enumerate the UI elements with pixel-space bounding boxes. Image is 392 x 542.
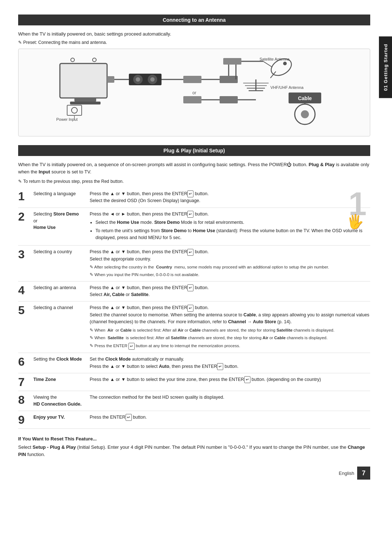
- table-row: 6 Setting the Clock Mode Set the Clock M…: [18, 353, 370, 373]
- step-number-4: 4: [18, 281, 32, 301]
- table-row: 7 Time Zone Press the ▲ or ▼ button to s…: [18, 373, 370, 391]
- enter-icon: ↵: [187, 249, 193, 256]
- step-content-8: The connection method for the best HD sc…: [88, 391, 370, 411]
- step-number-6: 6: [18, 353, 32, 373]
- enter-icon: ↵: [217, 363, 223, 370]
- svg-rect-5: [107, 76, 114, 83]
- note-line: ✎ When you input the PIN number, 0-0-0-0…: [90, 272, 370, 278]
- step-content-5: Press the ▲ or ▼ button, then press the …: [88, 301, 370, 353]
- reset-text: Select Setup - Plug & Play (Initial Setu…: [18, 444, 370, 459]
- table-row: 5 Selecting a channel Press the ▲ or ▼ b…: [18, 301, 370, 353]
- svg-point-9: [136, 77, 140, 82]
- step-label-2: Selecting Store Demo orHome Use: [32, 208, 88, 246]
- svg-rect-15: [220, 76, 238, 83]
- step-label-4: Selecting an antenna: [32, 281, 88, 301]
- antenna-note: ✎ Preset: Connecting the mains and anten…: [18, 40, 370, 45]
- svg-text:VHF/UHF Antenna: VHF/UHF Antenna: [270, 85, 304, 90]
- svg-point-11: [150, 77, 155, 82]
- section-plug-play: Plug & Play (Initial Setup) When the TV …: [18, 145, 370, 429]
- svg-rect-3: [74, 98, 96, 102]
- plug-bold2: Input: [38, 169, 50, 174]
- svg-rect-13: [183, 76, 201, 83]
- svg-rect-42: [67, 105, 82, 115]
- table-row: 2 Selecting Store Demo orHome Use Press …: [18, 208, 370, 246]
- step-label-5: Selecting a channel: [32, 301, 88, 353]
- table-row: 9 Enjoy your TV. Press the ENTER↵ button…: [18, 411, 370, 428]
- enter-icon: ↵: [187, 284, 193, 291]
- note-line: ✎ When Air or Cable is selected first: A…: [90, 327, 370, 334]
- section-header-plug: Plug & Play (Initial Setup): [18, 145, 370, 156]
- step-number-8: 8: [18, 391, 32, 411]
- plug-bold1: Plug & Play: [309, 162, 335, 167]
- step-number-1: 1: [18, 188, 32, 208]
- enter-icon: ↵: [126, 414, 132, 421]
- table-row: 4 Selecting an antenna Press the ▲ or ▼ …: [18, 281, 370, 301]
- step-content-9: Press the ENTER↵ button.: [88, 411, 370, 428]
- pencil-icon: ✎: [18, 40, 22, 45]
- enter-icon: ↵: [187, 211, 193, 218]
- table-row: 1 Selecting a language Press the ▲ or ▼ …: [18, 188, 370, 208]
- enter-icon: ↵: [187, 305, 193, 312]
- step-content-2: Press the ◄ or ► button, then press the …: [88, 208, 370, 246]
- step-number-2: 2: [18, 208, 32, 246]
- svg-point-1: [71, 58, 74, 62]
- page-footer: English 7: [18, 464, 370, 480]
- step-content-7: Press the ▲ or ▼ button to select the yo…: [88, 373, 370, 391]
- step-label-3: Selecting a country: [32, 246, 88, 281]
- table-row: 8 Viewing theHD Connection Guide. The co…: [18, 391, 370, 411]
- svg-text:Satellite Antenna: Satellite Antenna: [260, 57, 290, 61]
- section-header-antenna: Connecting to an Antenna: [18, 15, 370, 25]
- step-content-4: Press the ▲ or ▼ button, then press the …: [88, 281, 370, 301]
- table-row: 3 Selecting a country Press the ▲ or ▼ b…: [18, 246, 370, 281]
- antenna-intro: When the TV is initially powered on, bas…: [18, 30, 370, 38]
- step-content-6: Set the Clock Mode automatically or manu…: [88, 353, 370, 373]
- svg-rect-34: [220, 96, 238, 103]
- enter-icon: ↵: [244, 376, 250, 383]
- plug-note: ✎ To return to the previous step, press …: [18, 179, 370, 184]
- step-label-9: Enjoy your TV.: [32, 411, 88, 428]
- plug-intro-text: When the TV is initially powered on, a s…: [18, 161, 370, 176]
- svg-text:Cable: Cable: [298, 95, 312, 101]
- step-label-7: Time Zone: [32, 373, 88, 391]
- svg-point-22: [283, 62, 287, 65]
- note-line: ✎ Press the ENTER↵ button at any time to…: [90, 343, 370, 350]
- steps-table: 1 Selecting a language Press the ▲ or ▼ …: [18, 188, 370, 428]
- antenna-diagram: Satellite Antenna VHF/UHF Antenna or: [18, 49, 370, 136]
- step-content-3: Press the ▲ or ▼ button, then press the …: [88, 246, 370, 281]
- svg-rect-0: [60, 63, 107, 98]
- side-tab: 01 Getting Started: [379, 36, 392, 98]
- svg-rect-4: [70, 102, 101, 104]
- steps-area: 1 🖐 1 Selecting a language Press the ▲ o…: [18, 188, 370, 428]
- svg-text:or: or: [192, 90, 196, 95]
- svg-rect-33: [183, 96, 201, 103]
- pencil-icon-2: ✎: [18, 179, 22, 184]
- step-number-9: 9: [18, 411, 32, 428]
- hand-icon: 🖐: [347, 214, 364, 230]
- step-number-7: 7: [18, 373, 32, 391]
- side-tab-text: Getting Started: [383, 44, 388, 83]
- page-lang: English: [339, 471, 354, 476]
- enter-icon: ↵: [187, 190, 193, 197]
- step-number-5: 5: [18, 301, 32, 353]
- step-content-1: Press the ▲ or ▼ button, then press the …: [88, 188, 370, 208]
- step-number-3: 3: [18, 246, 32, 281]
- step-label-8: Viewing theHD Connection Guide.: [32, 391, 88, 411]
- page-number: 7: [357, 467, 370, 480]
- step-label-6: Setting the Clock Mode: [32, 353, 88, 373]
- svg-point-40: [301, 110, 309, 118]
- note-line: ✎ After selecting the country in the Cou…: [90, 264, 370, 271]
- reset-section: If You Want to Reset This Feature... Sel…: [18, 436, 370, 459]
- page-container: 01 Getting Started Connecting to an Ante…: [0, 0, 392, 542]
- antenna-svg: Satellite Antenna VHF/UHF Antenna or: [26, 56, 363, 129]
- side-tab-number: 01: [383, 85, 388, 91]
- reset-title: If You Want to Reset This Feature...: [18, 436, 370, 442]
- section-antenna: Connecting to an Antenna When the TV is …: [18, 15, 370, 136]
- note-line: ✎ When Satellite is selected first: Afte…: [90, 335, 370, 341]
- enter-icon: ↵: [128, 343, 135, 350]
- svg-point-2: [93, 58, 96, 62]
- svg-point-43: [72, 107, 77, 113]
- svg-line-24: [263, 61, 272, 67]
- step-label-1: Selecting a language: [32, 188, 88, 208]
- svg-rect-18: [223, 58, 241, 65]
